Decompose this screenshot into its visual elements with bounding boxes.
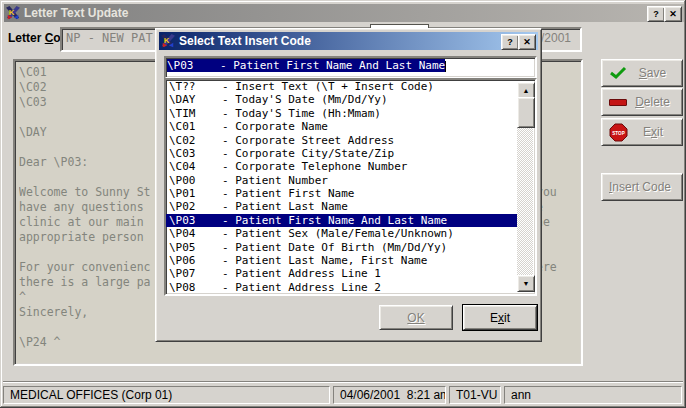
scrollbar-thumb[interactable] bbox=[517, 97, 535, 128]
insert-code-rows: \T?? - Insert Text (\T + Insert Code)\DA… bbox=[166, 80, 535, 294]
insert-code-item[interactable]: \T?? - Insert Text (\T + Insert Code) bbox=[166, 80, 519, 93]
insert-code-item[interactable]: \C02 - Corporate Street Address bbox=[166, 134, 519, 147]
insert-code-item[interactable]: \P00 - Patient Number bbox=[166, 174, 519, 187]
list-scrollbar[interactable]: ▲ ▼ bbox=[517, 82, 533, 292]
insert-code-item[interactable]: \P08 - Patient Address Line 2 bbox=[166, 281, 519, 294]
text-caret bbox=[445, 61, 446, 72]
help-button[interactable]: ? bbox=[647, 6, 665, 22]
dialog-logo-icon bbox=[161, 34, 175, 48]
status-datetime: 04/06/2001 8:21 am bbox=[333, 386, 446, 404]
insert-code-item[interactable]: \P06 - Patient Last Name, First Name bbox=[166, 254, 519, 267]
dialog-exit-button-label: Exit bbox=[490, 311, 510, 325]
app-logo-icon bbox=[6, 6, 20, 20]
insert-code-item[interactable]: \P01 - Patient First Name bbox=[166, 187, 519, 200]
stop-sign-icon: STOP bbox=[609, 123, 628, 142]
ok-button-label: OK bbox=[407, 311, 424, 325]
insert-code-item[interactable]: \DAY - Today'S Date (Mm/Dd/Yy) bbox=[166, 93, 519, 106]
exit-button-label: Exit bbox=[628, 125, 678, 139]
insert-code-item[interactable]: \C01 - Corporate Name bbox=[166, 120, 519, 133]
dialog-exit-button[interactable]: Exit bbox=[463, 305, 537, 330]
insert-code-list[interactable]: \T?? - Insert Text (\T + Insert Code)\DA… bbox=[164, 78, 537, 296]
insert-code-item[interactable]: \P05 - Patient Date Of Birth (Mm/Dd/Yy) bbox=[166, 241, 519, 254]
window-titlebar[interactable]: Letter Text Update ? ✕ bbox=[4, 4, 684, 22]
check-icon bbox=[609, 66, 627, 80]
insert-code-item[interactable]: \P07 - Patient Address Line 1 bbox=[166, 267, 519, 280]
minus-icon bbox=[609, 99, 627, 106]
insert-code-button-label: Insert Code bbox=[602, 180, 678, 194]
status-terminal: T01-VU bbox=[449, 386, 501, 404]
letter-date-fragment: /2001 bbox=[541, 31, 571, 45]
insert-code-item[interactable]: \C04 - Corporate Telephone Number bbox=[166, 160, 519, 173]
insert-code-item[interactable]: \P04 - Patient Sex (Male/Female/Unknown) bbox=[166, 227, 519, 240]
insert-code-edit-field[interactable]: \P03 - Patient First Name And Last Name bbox=[164, 56, 537, 79]
close-button[interactable]: ✕ bbox=[664, 6, 682, 22]
status-user: ann bbox=[504, 386, 682, 404]
dialog-title: Select Text Insert Code bbox=[179, 34, 311, 48]
status-bar: MEDICAL OFFICES (Corp 01) 04/06/2001 8:2… bbox=[3, 381, 683, 405]
save-button-label: Save bbox=[627, 66, 678, 80]
insert-code-item[interactable]: \C03 - Corporate City/State/Zip bbox=[166, 147, 519, 160]
insert-code-item[interactable]: \P03 - Patient First Name And Last Name bbox=[166, 214, 519, 227]
delete-button[interactable]: Delete bbox=[601, 88, 683, 116]
status-company: MEDICAL OFFICES (Corp 01) bbox=[3, 386, 330, 404]
exit-button[interactable]: STOP Exit bbox=[601, 118, 683, 146]
insert-code-button[interactable]: Insert Code bbox=[601, 173, 683, 201]
dialog-help-button[interactable]: ? bbox=[501, 34, 519, 50]
edit-selected-text: \P03 - Patient First Name And Last Name bbox=[167, 59, 445, 72]
scroll-down-icon[interactable]: ▼ bbox=[517, 275, 535, 292]
delete-button-label: Delete bbox=[627, 95, 678, 109]
window-title: Letter Text Update bbox=[24, 6, 128, 20]
insert-code-item[interactable]: \P02 - Patient Last Name bbox=[166, 200, 519, 213]
dialog-close-button[interactable]: ✕ bbox=[518, 34, 536, 50]
letter-text-update-window: Letter Text Update ? ✕ Letter Code: NP -… bbox=[0, 0, 686, 408]
svg-text:STOP: STOP bbox=[612, 130, 624, 135]
select-text-insert-code-dialog: Select Text Insert Code ? ✕ \P03 - Patie… bbox=[155, 28, 542, 342]
ok-button[interactable]: OK bbox=[379, 305, 453, 330]
dialog-titlebar[interactable]: Select Text Insert Code ? ✕ bbox=[159, 32, 538, 50]
insert-code-item[interactable]: \TIM - Today'S Time (Hh:Mmam) bbox=[166, 107, 519, 120]
save-button[interactable]: Save bbox=[601, 59, 683, 87]
letter-code-value: NP - NEW PAT bbox=[66, 31, 153, 45]
